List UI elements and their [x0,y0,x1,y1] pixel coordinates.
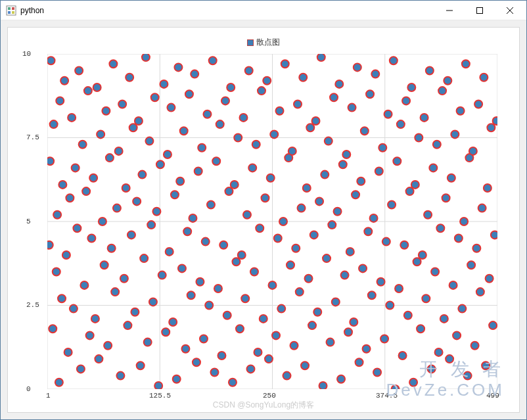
scatter-point [460,218,468,225]
scatter-point [207,201,215,209]
scatter-point [205,302,213,310]
scatter-point [145,137,153,145]
scatter-point [102,107,110,115]
scatter-point [415,134,423,142]
scatter-point [476,288,484,296]
scatter-point [366,90,374,98]
scatter-point [75,67,83,75]
scatter-point [68,114,76,122]
scatter-point [239,114,247,122]
scatter-point [167,104,175,112]
scatter-point [292,245,300,252]
scatter-point [246,365,254,373]
svg-rect-1 [8,7,11,10]
scatter-point [60,77,68,85]
scatter-point [216,120,224,128]
scatter-point [426,67,434,75]
scatter-point [127,231,135,239]
scatter-point [276,107,284,115]
scatter-point [269,281,277,289]
scatter-point [129,124,137,131]
scatter-point [120,275,128,283]
scatter-point [346,248,354,256]
scatter-point [371,70,379,78]
scatter-point [354,63,361,71]
scatter-point [279,218,287,225]
scatter-point [361,127,369,135]
scatter-point [306,124,314,131]
scatter-point [93,83,101,91]
scatter-point [407,83,415,91]
scatter-point [214,285,222,292]
scatter-point [299,74,307,82]
scatter-point [116,372,124,380]
app-window: python 散点图 10 7.5 5 2.5 0 1 [0,0,527,420]
scatter-point [332,298,340,306]
scatter-point [344,328,352,336]
svg-rect-2 [12,7,14,10]
scatter-point [265,355,273,363]
scatter-point [89,174,97,182]
scatter-point [231,181,239,189]
scatter-point [118,101,126,108]
scatter-point [50,120,58,128]
scatter-point [330,93,338,101]
scatter-point [160,80,168,88]
scatter-point [480,74,488,82]
scatter-point [87,235,95,243]
scatter-point [400,241,408,249]
scatter-point [301,362,309,369]
scatter-point [169,318,177,326]
scatter-point [99,218,106,225]
titlebar[interactable]: python [1,1,526,20]
minimize-button[interactable] [434,1,465,20]
y-tick-label: 2.5 [26,301,39,309]
scatter-point [109,60,117,68]
scatter-point [442,194,450,202]
maximize-button[interactable] [465,1,495,20]
plot-panel: 散点图 10 7.5 5 2.5 0 1 125.5 250 374.5 499… [7,27,520,413]
scatter-point [203,110,211,118]
scatter-point [334,208,342,216]
scatter-point [77,365,85,373]
scatter-point [198,144,206,152]
x-tick-label: 499 [486,392,499,400]
scatter-point [378,144,386,152]
close-button[interactable] [495,1,525,20]
x-tick-label: 250 [263,392,276,400]
x-tick-label: 1 [46,392,51,400]
scatter-point [315,197,323,205]
scatter-point [327,338,334,346]
scatter-point [174,63,182,71]
plot-area[interactable] [47,54,497,389]
scatter-point [250,268,258,276]
scatter-point [108,245,116,252]
scatter-point [260,315,267,323]
scatter-point [58,294,66,302]
watermark-text: CSDN @SongYuLong的博客 [213,400,314,411]
scatter-point [191,70,198,78]
scatter-point [406,187,414,195]
scatter-point [457,107,465,115]
scatter-point [325,137,332,145]
scatter-point [451,130,459,138]
scatter-point [286,261,294,269]
scatter-point [478,204,486,212]
scatter-point [137,362,145,369]
scatter-point [164,151,172,158]
scatter-point [122,184,130,192]
scatter-point [225,187,233,195]
scatter-point [312,117,320,125]
scatter-point [380,335,388,343]
scatter-point [238,251,246,259]
scatter-point [393,157,401,165]
scatter-point [180,127,188,135]
scatter-point [274,235,282,243]
scatter-point [171,191,179,198]
scatter-point [272,331,280,339]
scatter-point [453,331,461,339]
scatter-point [449,281,457,289]
scatter-point [310,231,318,239]
scatter-point [455,235,463,243]
scatter-point [392,385,400,389]
